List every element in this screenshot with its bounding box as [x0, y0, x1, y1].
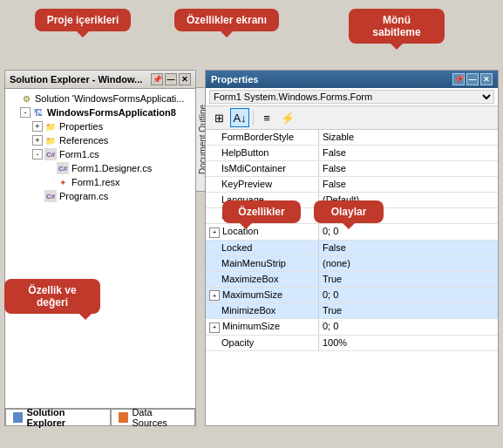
- tree-node-form1cs[interactable]: -C#Form1.cs: [8, 147, 193, 161]
- props-row-locked[interactable]: LockedFalse: [206, 241, 498, 256]
- properties-title: Properties: [211, 74, 258, 85]
- tree-toggle-references[interactable]: +: [32, 135, 43, 146]
- props-name-keypreview: KeyPreview: [206, 177, 319, 192]
- props-name-formborderstyle: FormBorderStyle: [206, 130, 319, 145]
- props-value-keypreview: False: [319, 177, 498, 192]
- tree-icon-solution: ⚙: [20, 92, 32, 105]
- solution-explorer-window: Solution Explorer - Window... 📌 — ✕ ⚙Sol…: [4, 70, 196, 426]
- categorized-button[interactable]: ⊞: [209, 108, 228, 127]
- tree-label-form1cs: Form1.cs: [59, 149, 99, 160]
- tab-solution-explorer[interactable]: Solution Explorer: [5, 409, 111, 425]
- properties-window: Properties 📌 — ✕ Form1 System.Windows.Fo…: [205, 70, 499, 426]
- props-value-formborderstyle: Sizable: [319, 130, 498, 145]
- tree-icon-programcs: C#: [44, 190, 57, 202]
- tree-label-form1resx: Form1.resx: [71, 177, 120, 187]
- props-value-minimumsize: 0; 0: [319, 319, 498, 335]
- props-value-isMdiContainer: False: [319, 161, 498, 176]
- props-value-minimizebox: True: [319, 303, 498, 318]
- tab-data-sources[interactable]: Data Sources: [111, 409, 195, 425]
- props-name-opacity: Opacity: [206, 336, 319, 350]
- tree-node-properties[interactable]: +📁Properties: [8, 119, 193, 133]
- tree-toggle-project[interactable]: -: [20, 107, 31, 118]
- solution-explorer-tab-icon: [13, 412, 23, 423]
- toolbar-separator-1: [253, 110, 254, 126]
- props-expand-maximumsize[interactable]: +: [209, 290, 220, 301]
- tree-icon-properties: 📁: [44, 120, 57, 132]
- tree-icon-references: 📁: [44, 134, 57, 146]
- tree-node-solution[interactable]: ⚙Solution 'WindowsFormsApplicati...: [8, 92, 193, 105]
- props-row-keypreview[interactable]: KeyPreviewFalse: [206, 177, 498, 193]
- tree-node-form1designer[interactable]: C#Form1.Designer.cs: [8, 161, 193, 175]
- alphabetical-button[interactable]: A↓: [230, 108, 249, 127]
- tree-container: ⚙Solution 'WindowsFormsApplicati...-🏗Win…: [8, 92, 193, 203]
- minimize-button[interactable]: —: [165, 73, 177, 85]
- props-expand-minimumsize[interactable]: +: [209, 322, 220, 333]
- props-name-locked: Locked: [206, 241, 319, 255]
- props-name-mainmenustrip: MainMenuStrip: [206, 256, 319, 271]
- callout-proje: Proje içerikleri: [35, 9, 131, 31]
- props-minimize-button[interactable]: —: [466, 73, 479, 85]
- tree-label-programcs: Program.cs: [59, 191, 108, 201]
- data-sources-tab-icon: [119, 412, 128, 423]
- close-button[interactable]: ✕: [179, 73, 191, 85]
- tree-label-references: References: [59, 135, 108, 146]
- props-value-maximizebox: True: [319, 272, 498, 287]
- solution-explorer-tab-label: Solution Explorer: [26, 407, 103, 428]
- props-row-opacity[interactable]: Opacity100%: [206, 336, 498, 351]
- props-name-minimumsize: +MinimumSize: [206, 319, 319, 335]
- props-value-helpbutton: False: [319, 146, 498, 160]
- tree-icon-form1cs: C#: [44, 148, 57, 160]
- tree-label-solution: Solution 'WindowsFormsApplicati...: [35, 93, 184, 104]
- tree-toggle-properties[interactable]: +: [32, 121, 43, 132]
- props-value-locked: False: [319, 241, 498, 255]
- props-value-maximumsize: 0; 0: [319, 288, 498, 303]
- props-name-isMdiContainer: IsMdiContainer: [206, 161, 319, 176]
- props-pin-button[interactable]: 📌: [452, 73, 465, 85]
- props-grid: FormBorderStyleSizableHelpButtonFalseIsM…: [206, 130, 498, 425]
- object-selector-row: Form1 System.Windows.Forms.Form: [206, 88, 498, 106]
- bottom-tabbar: Solution Explorer Data Sources: [5, 408, 195, 425]
- tree-node-references[interactable]: +📁References: [8, 133, 193, 147]
- data-sources-tab-label: Data Sources: [132, 407, 187, 428]
- events-view-button[interactable]: ⚡: [278, 108, 297, 127]
- props-row-maximumsize[interactable]: +MaximumSize0; 0: [206, 288, 498, 304]
- props-row-formborderstyle[interactable]: FormBorderStyleSizable: [206, 130, 498, 146]
- tree-label-project: WindowsFormsApplication8: [47, 107, 176, 118]
- properties-titlebar: Properties 📌 — ✕: [206, 71, 498, 88]
- callout-olaylar: Olaylar: [314, 200, 384, 223]
- tree-label-properties: Properties: [59, 121, 103, 132]
- solution-explorer-titlebar: Solution Explorer - Window... 📌 — ✕: [5, 71, 195, 89]
- tree-label-form1designer: Form1.Designer.cs: [71, 163, 152, 173]
- props-titlebar-buttons: 📌 — ✕: [452, 73, 493, 85]
- props-name-minimizebox: MinimizeBox: [206, 303, 319, 318]
- tree-icon-form1designer: C#: [57, 162, 69, 174]
- props-expand-location[interactable]: +: [209, 227, 220, 238]
- props-toolbar: ⊞ A↓ ≡ ⚡: [206, 106, 498, 130]
- object-selector-dropdown[interactable]: Form1 System.Windows.Forms.Form: [209, 90, 494, 104]
- callout-menu: Mönü sabitleme: [349, 9, 445, 44]
- props-close-button[interactable]: ✕: [480, 73, 493, 85]
- props-row-isMdiContainer[interactable]: IsMdiContainerFalse: [206, 161, 498, 177]
- pin-button[interactable]: 📌: [151, 73, 163, 85]
- props-row-maximizebox[interactable]: MaximizeBoxTrue: [206, 272, 498, 288]
- tree-node-project[interactable]: -🏗WindowsFormsApplication8: [8, 105, 193, 119]
- props-row-minimumsize[interactable]: +MinimumSize0; 0: [206, 319, 498, 336]
- props-row-helpbutton[interactable]: HelpButtonFalse: [206, 146, 498, 161]
- props-row-minimizebox[interactable]: MinimizeBoxTrue: [206, 303, 498, 319]
- props-value-opacity: 100%: [319, 336, 498, 350]
- props-name-helpbutton: HelpButton: [206, 146, 319, 160]
- props-name-location: +Location: [206, 224, 319, 240]
- props-value-mainmenustrip: (none): [319, 256, 498, 271]
- props-name-maximumsize: +MaximumSize: [206, 288, 319, 303]
- tree-icon-project: 🏗: [32, 106, 44, 119]
- tree-icon-form1resx: ✦: [57, 176, 69, 188]
- solution-explorer-content: ⚙Solution 'WindowsFormsApplicati...-🏗Win…: [5, 89, 195, 425]
- main-area: Document Outline Solution Explorer - Win…: [4, 70, 499, 444]
- callout-ozellik-degeri: Özellik ve değeri: [4, 279, 100, 314]
- props-row-mainmenustrip[interactable]: MainMenuStrip(none): [206, 256, 498, 272]
- solution-explorer-title: Solution Explorer - Window...: [10, 74, 142, 85]
- tree-node-programcs[interactable]: C#Program.cs: [8, 189, 193, 203]
- tree-node-form1resx[interactable]: ✦Form1.resx: [8, 175, 193, 189]
- tree-toggle-form1cs[interactable]: -: [32, 149, 43, 160]
- properties-view-button[interactable]: ≡: [257, 108, 276, 127]
